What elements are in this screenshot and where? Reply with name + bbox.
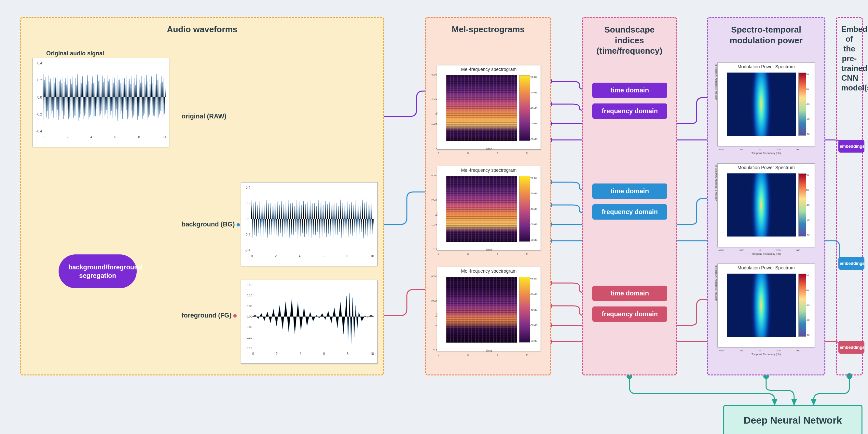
waveform-x-ticks: 0246810 <box>43 135 166 139</box>
mel-spectrogram-background: Mel-frequency spectrogram +0 dB-20 dB-40… <box>437 166 541 250</box>
mel-spectrogram-foreground: Mel-frequency spectrogram +0 dB-20 dB-40… <box>437 267 541 351</box>
panel-title-mel: Mel-spectrograms <box>433 24 544 34</box>
idx-chip-time-background: time domain <box>592 184 667 199</box>
idx-chip-time-original: time domain <box>592 83 667 98</box>
mps-foreground: Modulation Power Spectrum 3010-10-30-40 … <box>717 264 815 347</box>
idx-chip-freq-original: frequency domain <box>592 103 667 119</box>
idx-chip-time-foreground: time domain <box>592 286 667 301</box>
waveform-foreground: 0246810 -0.15-0.10-0.050.000.050.100.15 <box>241 280 377 364</box>
mps-background: Modulation Power Spectrum 3010-10-30-40 … <box>717 163 815 247</box>
mel-spectrogram-original: Mel-frequency spectrogram +0 dB-20 dB-40… <box>437 65 541 150</box>
dnn-box: Deep Neural Network <box>723 405 863 434</box>
emb-chip-original: embeddings <box>838 140 864 153</box>
panel-embeddings: Embeddings of the pre-trained CNN model(… <box>836 17 863 375</box>
panel-title-emb: Embeddings of the pre-trained CNN model(… <box>841 24 857 93</box>
flow-label-background: background (BG) <box>182 221 240 228</box>
emb-chip-foreground: embeddings <box>838 341 864 354</box>
flow-label-original: original (RAW) <box>182 113 226 120</box>
waveform-svg <box>43 61 166 133</box>
waveform-svg <box>252 283 374 350</box>
mps-original: Modulation Power Spectrum 3010-10-30-40 … <box>717 62 815 146</box>
mel-title: Mel-frequency spectrogram <box>437 65 540 73</box>
panel-title-audio: Audio waveforms <box>28 24 377 34</box>
waveform-y-ticks: -0.4-0.20.00.20.4 <box>33 61 42 133</box>
idx-chip-freq-foreground: frequency domain <box>592 307 667 322</box>
flow-label-foreground: foreground (FG) <box>182 312 237 319</box>
original-signal-label: Original audio signal <box>46 50 104 57</box>
panel-title-idx: Soundscape indices (time/frequency) <box>589 24 670 56</box>
segregation-node: background/foreground segregation <box>59 254 137 288</box>
emb-chip-background: embeddings <box>838 257 864 270</box>
waveform-background: 0246810 -0.4-0.20.00.20.4 <box>241 182 377 266</box>
waveform-original: 0246810 -0.4-0.20.00.20.4 <box>33 58 169 147</box>
panel-title-mod: Spectro-temporal modulation power <box>714 24 818 45</box>
idx-chip-freq-background: frequency domain <box>592 204 667 220</box>
waveform-svg <box>251 186 374 252</box>
